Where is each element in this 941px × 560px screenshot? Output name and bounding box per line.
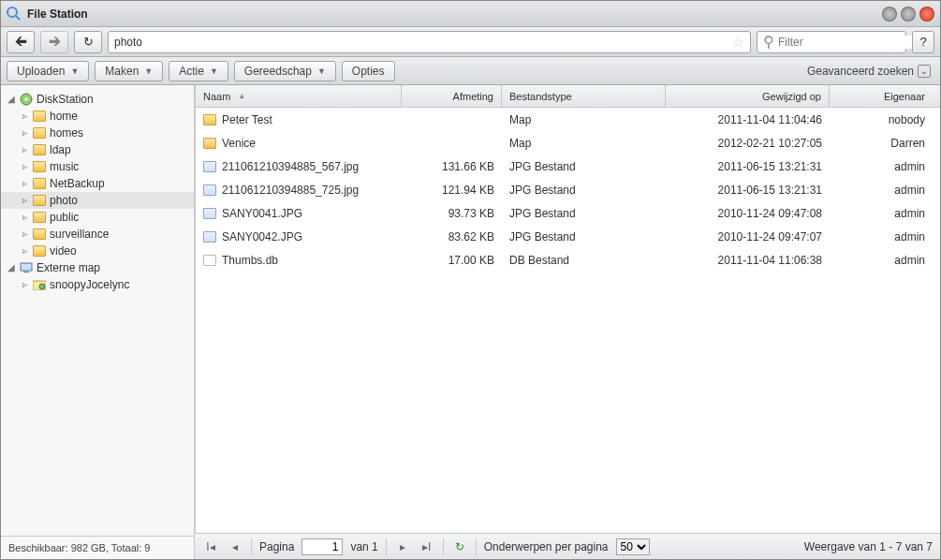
tree-item-label: homes	[50, 126, 83, 140]
minimize-button[interactable]	[882, 7, 897, 22]
address-bar[interactable]: ☆	[108, 31, 751, 53]
column-label: Naam	[203, 91, 230, 102]
filter-icon: ⚲	[763, 33, 774, 51]
tree-item-homes[interactable]: ▹homes	[1, 125, 194, 141]
forward-button[interactable]: 🡲	[40, 31, 68, 53]
arrow-left-icon: 🡰	[15, 35, 27, 49]
expand-icon[interactable]: ▹	[20, 196, 29, 205]
maximize-button[interactable]	[901, 7, 916, 22]
options-button[interactable]: Opties	[342, 61, 395, 81]
create-button[interactable]: Maken ▼	[95, 61, 163, 81]
window: File Station 🡰 🡲 ↻ ☆ ⚲ ? U	[0, 0, 941, 560]
expand-icon[interactable]: ▹	[20, 213, 29, 222]
chevron-double-down-icon: ⌄	[918, 65, 931, 78]
image-file-icon	[203, 231, 216, 243]
tree-item-netbackup[interactable]: ▹NetBackup	[1, 175, 194, 192]
file-name: 211061210394885_725.jpg	[222, 184, 359, 197]
expand-icon[interactable]: ▹	[20, 280, 29, 289]
file-owner: nobody	[830, 113, 933, 126]
expand-icon[interactable]: ▹	[20, 145, 29, 155]
folder-icon	[33, 178, 46, 189]
column-header-owner[interactable]: Eigenaar	[830, 85, 933, 107]
tree-item-label: surveillance	[50, 228, 109, 241]
tree-item-home[interactable]: ▹home	[1, 108, 194, 125]
file-row[interactable]: VeniceMap2012-02-21 10:27:05Darren	[196, 131, 940, 155]
refresh-button[interactable]: ↻	[74, 31, 102, 53]
file-row[interactable]: SANY0042.JPG83.62 KBJPG Bestand2010-11-2…	[196, 225, 940, 248]
file-name: Thumbs.db	[222, 254, 278, 267]
arrow-right-icon: 🡲	[49, 35, 61, 49]
tree-root-external[interactable]: ◢ Externe map	[1, 259, 194, 276]
tree-item-label: public	[50, 211, 79, 224]
folder-icon	[203, 138, 216, 149]
favorite-icon[interactable]: ☆	[732, 35, 744, 50]
column-header-type[interactable]: Bestandstype	[502, 85, 666, 107]
file-owner: admin	[830, 254, 933, 267]
file-row[interactable]: SANY0041.JPG93.73 KBJPG Bestand2010-11-2…	[196, 201, 940, 225]
advanced-search-link[interactable]: Geavanceerd zoeken ⌄	[807, 65, 934, 78]
file-row[interactable]: Peter TestMap2011-11-04 11:04:46nobody	[196, 108, 940, 131]
column-header-modified[interactable]: Gewijzigd op	[666, 85, 830, 107]
file-date: 2010-11-24 09:47:08	[666, 207, 830, 220]
last-page-button[interactable]: ▸I	[419, 538, 435, 555]
page-of-label: van 1	[350, 540, 377, 553]
window-title: File Station	[27, 7, 882, 21]
file-type: JPG Bestand	[502, 207, 666, 220]
tree-item-ldap[interactable]: ▹ldap	[1, 141, 194, 158]
page-input[interactable]	[301, 538, 343, 555]
file-name: SANY0041.JPG	[222, 207, 302, 220]
file-type: DB Bestand	[502, 254, 666, 267]
reload-button[interactable]: ↻	[451, 538, 468, 555]
column-header-size[interactable]: Afmeting	[402, 85, 502, 107]
expand-icon[interactable]: ▹	[20, 179, 29, 188]
file-type: JPG Bestand	[502, 184, 666, 197]
file-owner: admin	[830, 184, 933, 197]
first-page-button[interactable]: I◂	[202, 538, 219, 555]
tree-item-photo[interactable]: ▹photo	[1, 192, 194, 209]
file-row[interactable]: Thumbs.db17.00 KBDB Bestand2011-11-04 11…	[196, 248, 940, 272]
tree-item-music[interactable]: ▹music	[1, 158, 194, 175]
svg-line-1	[16, 16, 20, 20]
action-button[interactable]: Actie ▼	[169, 61, 228, 81]
file-size: 131.66 KB	[402, 160, 502, 173]
filter-input[interactable]	[778, 36, 919, 49]
column-header-name[interactable]: Naam ▲	[196, 85, 402, 107]
help-button[interactable]: ?	[912, 31, 934, 53]
file-row[interactable]: 211061210394885_725.jpg121.94 KBJPG Best…	[196, 178, 940, 201]
expand-icon[interactable]: ▹	[20, 229, 29, 239]
expand-icon[interactable]: ▹	[20, 111, 29, 121]
folder-icon	[33, 228, 46, 240]
expand-icon[interactable]: ▹	[20, 246, 29, 256]
file-row[interactable]: 211061210394885_567.jpg131.66 KBJPG Best…	[196, 155, 940, 178]
tree-item-video[interactable]: ▹video	[1, 243, 194, 259]
tree-item-public[interactable]: ▹public	[1, 209, 194, 226]
tree-root-diskstation[interactable]: ◢ DiskStation	[1, 91, 194, 108]
close-button[interactable]	[919, 7, 934, 22]
prev-page-button[interactable]: ◂	[227, 538, 243, 555]
collapse-icon[interactable]: ◢	[7, 263, 16, 273]
upload-button[interactable]: Uploaden ▼	[7, 61, 89, 81]
back-button[interactable]: 🡰	[7, 31, 35, 53]
address-input[interactable]	[114, 36, 732, 49]
toolbar: Uploaden ▼ Maken ▼ Actie ▼ Gereedschap ▼…	[1, 57, 940, 85]
tree-item-label: video	[50, 244, 77, 258]
folder-tree: ◢ DiskStation ▹home▹homes▹ldap▹music▹Net…	[1, 85, 194, 536]
display-range-label: Weergave van 1 - 7 van 7	[804, 540, 933, 553]
next-page-button[interactable]: ▸	[394, 538, 411, 555]
svg-rect-4	[23, 272, 29, 273]
collapse-icon[interactable]: ◢	[7, 95, 16, 104]
filter-box[interactable]: ⚲	[757, 31, 906, 53]
tree-item-surveillance[interactable]: ▹surveillance	[1, 226, 194, 243]
sidebar: ◢ DiskStation ▹home▹homes▹ldap▹music▹Net…	[1, 85, 195, 559]
tree-item-snoopyjocelync[interactable]: ▹snoopyJocelync	[1, 276, 194, 293]
expand-icon[interactable]: ▹	[20, 162, 29, 171]
file-name: Peter Test	[222, 113, 272, 126]
file-date: 2012-02-21 10:27:05	[666, 137, 830, 150]
image-file-icon	[203, 184, 216, 196]
grid-body: Peter TestMap2011-11-04 11:04:46nobodyVe…	[196, 108, 940, 533]
file-size: 93.73 KB	[402, 207, 502, 220]
perpage-select[interactable]: 50	[616, 538, 650, 555]
folder-icon	[203, 114, 216, 125]
tools-button[interactable]: Gereedschap ▼	[234, 61, 336, 81]
expand-icon[interactable]: ▹	[20, 128, 29, 138]
